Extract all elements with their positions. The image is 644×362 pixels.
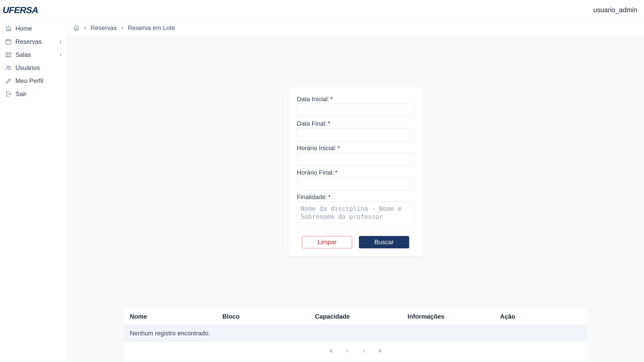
sidebar-item-label: Reservas (16, 38, 42, 45)
svg-point-1 (7, 66, 8, 68)
current-user-label: usuario_admin (593, 6, 637, 14)
sidebar-item-label: Usuários (16, 64, 40, 71)
sidebar-item-meu-perfil[interactable]: Meu Perfil (0, 74, 67, 87)
home-icon (5, 25, 12, 32)
brand-logo: UFERSA (2, 5, 38, 15)
label-finalidade: Finalidade:* (297, 194, 414, 201)
chevron-right-icon (120, 25, 125, 30)
topbar: UFERSA usuario_admin (0, 0, 644, 20)
page-next-button[interactable] (360, 347, 367, 355)
sidebar-item-label: Salas (16, 51, 31, 58)
sidebar-item-home[interactable]: Home (0, 22, 67, 35)
label-data-inicial: Data Inicial:* (297, 96, 414, 103)
sidebar-item-reservas[interactable]: Reservas (0, 35, 67, 48)
required-mark: * (328, 120, 330, 127)
table-header-row: Nome Bloco Capacidade Informações Ação (124, 308, 587, 325)
col-header-informacoes: Informações (408, 313, 500, 320)
users-icon (5, 64, 12, 71)
results-table: Nome Bloco Capacidade Informações Ação N… (124, 308, 587, 362)
col-header-nome: Nome (130, 313, 222, 320)
sidebar-item-label: Home (16, 25, 32, 32)
input-data-inicial[interactable] (297, 104, 414, 117)
input-horario-inicial[interactable] (297, 153, 414, 166)
map-icon (5, 51, 12, 58)
sidebar-item-label: Meu Perfil (16, 77, 44, 84)
page-prev-button[interactable] (344, 347, 351, 355)
chevron-right-icon (82, 25, 88, 30)
col-header-capacidade: Capacidade (315, 313, 408, 320)
breadcrumb-link-reservas[interactable]: Reservas (90, 24, 117, 31)
required-mark: * (338, 145, 340, 151)
search-form-card: Data Inicial:* Data Final:* Horário Inic… (288, 86, 422, 256)
search-button[interactable]: Buscar (359, 236, 409, 248)
col-header-acao: Ação (500, 313, 581, 320)
label-horario-inicial: Horário Inicial:* (297, 145, 414, 152)
required-mark: * (335, 169, 338, 176)
chevron-right-icon (58, 39, 63, 44)
clear-button[interactable]: Limpar (302, 236, 352, 248)
svg-rect-0 (6, 40, 11, 44)
input-horario-final[interactable] (297, 177, 414, 190)
table-empty-message: Nenhum registro encontrado. (124, 325, 587, 342)
input-finalidade[interactable] (297, 202, 414, 229)
required-mark: * (328, 194, 330, 200)
chevron-right-icon (58, 52, 63, 57)
sidebar-item-label: Sair (16, 90, 26, 97)
breadcrumb-current: Reserva em Lote (128, 24, 175, 31)
svg-point-2 (9, 66, 10, 67)
label-data-final: Data Final:* (297, 120, 414, 127)
sidebar-item-usuarios[interactable]: Usuários (0, 61, 67, 74)
calendar-icon (5, 38, 12, 45)
pencil-icon (5, 78, 12, 84)
page-last-button[interactable] (376, 347, 384, 355)
sidebar: Home Reservas Salas Usuários (0, 20, 67, 362)
page-first-button[interactable] (328, 347, 335, 355)
sidebar-item-salas[interactable]: Salas (0, 48, 67, 61)
sidebar-item-sair[interactable]: Sair (0, 87, 67, 100)
required-mark: * (330, 96, 332, 103)
input-data-final[interactable] (297, 128, 414, 141)
col-header-bloco: Bloco (222, 313, 315, 320)
label-horario-final: Horário Final:* (297, 169, 414, 176)
home-icon[interactable] (73, 25, 80, 31)
logout-icon (5, 91, 12, 97)
breadcrumb: Reservas Reserva em Lote (67, 20, 644, 36)
main-area: Reservas Reserva em Lote Data Inicial:* … (67, 20, 644, 362)
paginator (124, 342, 587, 362)
